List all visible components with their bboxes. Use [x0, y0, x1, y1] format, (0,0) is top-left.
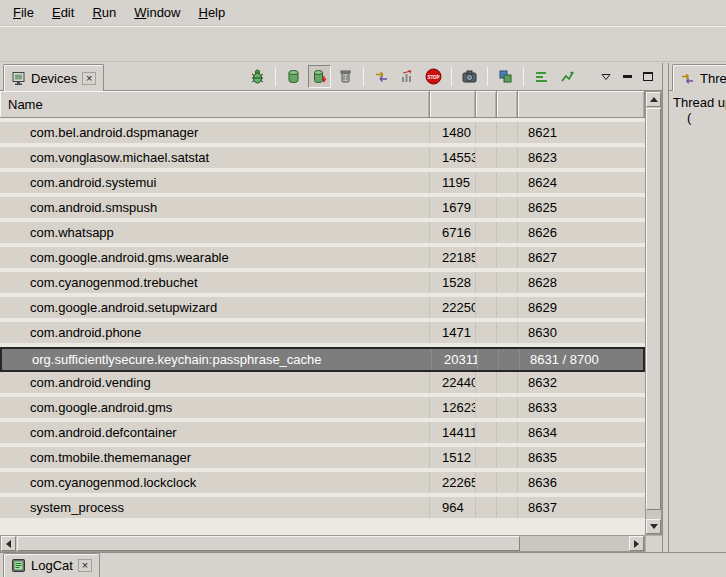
opengl-trace-button[interactable] — [556, 65, 579, 88]
pid-cell: 22440 — [430, 372, 476, 393]
maximize-icon — [643, 72, 653, 81]
start-method-profiling-button[interactable] — [396, 65, 419, 88]
menu-window[interactable]: Window — [125, 1, 189, 24]
threads-icon — [680, 71, 695, 86]
dump-view-hierarchy-button[interactable] — [494, 65, 517, 88]
empty-cell — [497, 172, 518, 193]
table-row[interactable]: com.google.android.gms.wearable221858627 — [0, 247, 645, 272]
stop-label: STOP — [427, 75, 439, 80]
horizontal-scrollbar-thumb[interactable] — [17, 536, 520, 551]
column-header-port[interactable] — [518, 91, 645, 118]
process-name-cell: com.android.systemui — [0, 172, 430, 193]
table-row[interactable]: com.whatsapp67168626 — [0, 222, 645, 247]
table-row[interactable]: org.sufficientlysecure.keychain:passphra… — [0, 347, 645, 372]
close-icon[interactable]: × — [78, 559, 92, 572]
port-cell: 8635 — [518, 447, 645, 468]
vertical-scrollbar[interactable] — [645, 91, 662, 535]
pid-cell: 1195 — [430, 172, 476, 193]
scroll-right-button[interactable] — [629, 536, 644, 551]
process-name-cell: com.android.phone — [0, 322, 430, 343]
empty-cell — [497, 297, 518, 318]
devices-view: Devices × — [0, 63, 663, 552]
empty-cell — [497, 247, 518, 268]
arrow-right-icon — [634, 540, 639, 548]
table-row[interactable]: com.android.smspush16798625 — [0, 197, 645, 222]
stop-process-button[interactable]: STOP — [422, 65, 445, 88]
update-heap-button[interactable] — [282, 65, 305, 88]
table-row[interactable]: com.cyanogenmod.lockclock222658636 — [0, 472, 645, 497]
minimize-button[interactable] — [618, 68, 636, 86]
process-name-cell: com.whatsapp — [0, 222, 430, 243]
vertical-scrollbar-thumb[interactable] — [646, 108, 661, 510]
horizontal-scrollbar[interactable] — [0, 535, 645, 552]
update-threads-button[interactable] — [370, 65, 393, 88]
process-name-cell: com.android.defcontainer — [0, 422, 430, 443]
threads-view: Threa Thread up ( — [668, 63, 726, 552]
start-method-profiling-icon — [399, 68, 416, 85]
menu-edit[interactable]: Edit — [43, 1, 83, 24]
table-row[interactable]: system_process9648637 — [0, 497, 645, 522]
tab-devices[interactable]: Devices × — [3, 64, 104, 91]
main-area: Devices × — [0, 63, 726, 552]
tab-threads[interactable]: Threa — [672, 64, 726, 91]
table-row[interactable]: com.google.android.setupwizard222508629 — [0, 297, 645, 322]
table-row[interactable]: com.android.systemui11958624 — [0, 172, 645, 197]
pid-cell: 20311 — [432, 349, 478, 370]
table-row[interactable]: com.cyanogenmod.trebuchet15288628 — [0, 272, 645, 297]
scroll-left-button[interactable] — [1, 536, 16, 551]
process-name-cell: com.android.smspush — [0, 197, 430, 218]
update-heap-icon — [285, 68, 302, 85]
table-row[interactable]: com.android.defcontainer144118634 — [0, 422, 645, 447]
empty-cell — [497, 397, 518, 418]
table-row[interactable]: com.bel.android.dspmanager14808621 — [0, 122, 645, 147]
dump-hprof-icon — [311, 68, 328, 85]
process-name-cell: com.vonglasow.michael.satstat — [0, 147, 430, 168]
stop-process-icon: STOP — [425, 68, 442, 85]
table-row[interactable]: com.android.phone14718630 — [0, 322, 645, 347]
systrace-button[interactable] — [530, 65, 553, 88]
menu-file[interactable]: File — [4, 1, 43, 24]
empty-cell — [476, 197, 497, 218]
port-cell: 8626 — [518, 222, 645, 243]
column-header-3[interactable] — [476, 91, 497, 118]
menu-help[interactable]: Help — [189, 1, 234, 24]
devices-icon — [11, 71, 26, 86]
column-header-name[interactable]: Name — [0, 91, 430, 118]
port-cell: 8628 — [518, 272, 645, 293]
view-menu-button[interactable] — [597, 68, 615, 86]
close-icon[interactable]: × — [82, 72, 96, 85]
scroll-down-button[interactable] — [646, 519, 661, 534]
column-header-4[interactable] — [497, 91, 518, 118]
arrow-down-icon — [650, 524, 658, 529]
table-row[interactable]: com.tmobile.thememanager15128635 — [0, 447, 645, 472]
horizontal-scrollbar-track[interactable] — [16, 536, 629, 551]
table-row[interactable]: com.vonglasow.michael.satstat145538623 — [0, 147, 645, 172]
empty-cell — [497, 197, 518, 218]
pid-cell: 1679 — [430, 197, 476, 218]
empty-cell — [497, 472, 518, 493]
toolbar-separator — [487, 67, 488, 86]
debug-process-button[interactable] — [246, 65, 269, 88]
empty-cell — [476, 422, 497, 443]
toolbar-separator — [363, 67, 364, 86]
pid-cell: 12623 — [430, 397, 476, 418]
ddms-window: File Edit Run Window Help Devices × — [0, 0, 726, 577]
empty-cell — [476, 322, 497, 343]
tab-logcat[interactable]: LogCat × — [3, 553, 100, 577]
pid-cell: 22185 — [430, 247, 476, 268]
table-row[interactable]: com.google.android.gms126238633 — [0, 397, 645, 422]
empty-cell — [476, 372, 497, 393]
column-header-pid[interactable] — [430, 91, 476, 118]
port-cell: 8633 — [518, 397, 645, 418]
process-name-cell: com.cyanogenmod.lockclock — [0, 472, 430, 493]
cause-gc-button[interactable] — [334, 65, 357, 88]
empty-cell — [476, 297, 497, 318]
pid-cell: 14553 — [430, 147, 476, 168]
table-row[interactable]: com.android.vending224408632 — [0, 372, 645, 397]
menu-run[interactable]: Run — [83, 1, 125, 24]
scroll-up-button[interactable] — [646, 92, 661, 107]
dump-hprof-button[interactable] — [308, 65, 331, 88]
maximize-button[interactable] — [639, 68, 657, 86]
screen-capture-button[interactable] — [458, 65, 481, 88]
pid-cell: 1471 — [430, 322, 476, 343]
